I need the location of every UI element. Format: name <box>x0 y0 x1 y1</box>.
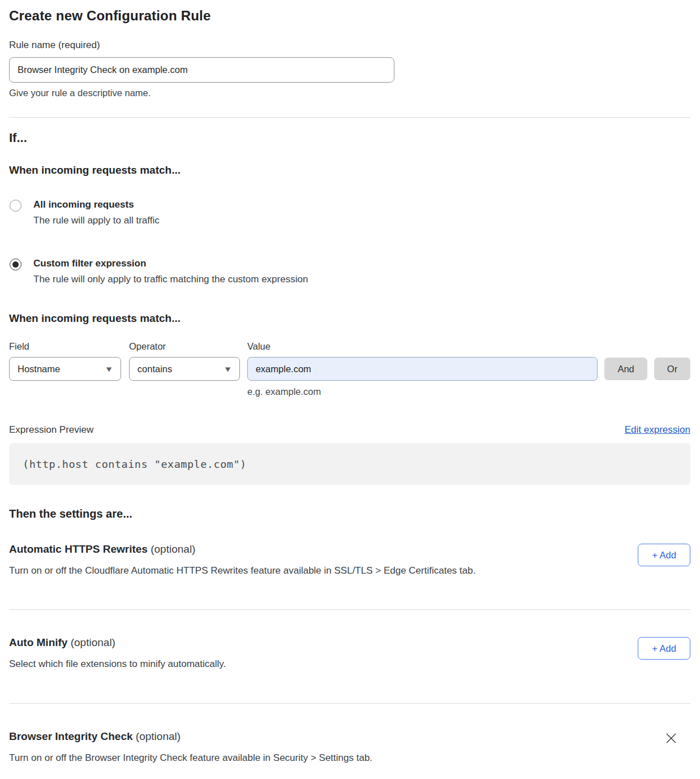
expression-preview-label: Expression Preview <box>9 424 93 436</box>
setting-title: Automatic HTTPS Rewrites <box>9 543 148 555</box>
add-auto-minify-button[interactable]: + Add <box>638 637 690 660</box>
operator-select[interactable]: contains ▼ <box>129 357 240 381</box>
if-heading: If... <box>9 131 690 145</box>
chevron-down-icon: ▼ <box>223 365 232 373</box>
radio-option-label: All incoming requests <box>33 199 160 210</box>
setting-automatic-https-rewrites: Automatic HTTPS Rewrites (optional) Turn… <box>9 543 690 576</box>
value-input[interactable] <box>247 357 598 381</box>
rule-name-help: Give your rule a descriptive name. <box>9 88 690 98</box>
setting-optional-tag: (optional) <box>133 730 181 742</box>
section-divider <box>9 703 690 704</box>
radio-option-description: The rule will only apply to traffic matc… <box>33 274 308 285</box>
expression-preview-box: (http.host contains "example.com") <box>9 443 690 485</box>
add-automatic-https-rewrites-button[interactable]: + Add <box>638 544 690 566</box>
setting-title: Auto Minify <box>9 636 67 648</box>
setting-browser-integrity-check: Browser Integrity Check (optional) Turn … <box>9 730 690 764</box>
radio-option-custom-filter-expression[interactable]: Custom filter expression The rule will o… <box>9 258 690 285</box>
remove-setting-button[interactable] <box>664 731 678 745</box>
operator-select-value: contains <box>138 364 172 375</box>
setting-description: Turn on or off the Browser Integrity Che… <box>9 752 372 764</box>
field-select-value: Hostname <box>18 364 60 375</box>
radio-option-description: The rule will apply to all traffic <box>33 215 160 226</box>
value-hint: e.g. example.com <box>247 386 690 397</box>
create-configuration-rule-page: Create new Configuration Rule Rule name … <box>0 0 700 779</box>
setting-description: Turn on or off the Cloudflare Automatic … <box>9 565 475 576</box>
section-divider <box>9 609 690 610</box>
edit-expression-link[interactable]: Edit expression <box>625 424 690 436</box>
setting-title: Browser Integrity Check <box>9 730 133 742</box>
field-select[interactable]: Hostname ▼ <box>9 357 121 381</box>
setting-optional-tag: (optional) <box>148 543 196 555</box>
setting-auto-minify: Auto Minify (optional) Select which file… <box>9 636 690 670</box>
close-icon <box>664 731 678 745</box>
radio-option-label: Custom filter expression <box>33 258 308 269</box>
rule-name-input[interactable] <box>9 57 394 83</box>
setting-optional-tag: (optional) <box>67 636 115 648</box>
radio-button-icon[interactable] <box>10 259 22 270</box>
radio-button-icon[interactable] <box>10 200 22 212</box>
or-button[interactable]: Or <box>654 358 690 380</box>
chevron-down-icon: ▼ <box>104 365 113 373</box>
section-divider <box>9 117 690 118</box>
field-column-label: Field <box>9 341 129 352</box>
rule-name-label: Rule name (required) <box>9 40 690 51</box>
setting-description: Select which file extensions to minify a… <box>9 659 226 670</box>
radio-option-all-incoming-requests[interactable]: All incoming requests The rule will appl… <box>9 199 690 226</box>
operator-column-label: Operator <box>129 341 247 352</box>
when-incoming-requests-heading: When incoming requests match... <box>9 164 690 177</box>
value-column-label: Value <box>247 341 270 352</box>
then-settings-heading: Then the settings are... <box>9 507 690 520</box>
page-title: Create new Configuration Rule <box>9 8 690 24</box>
expression-builder-heading: When incoming requests match... <box>9 312 690 325</box>
expression-code: (http.host contains "example.com") <box>23 458 247 470</box>
and-button[interactable]: And <box>604 358 647 380</box>
